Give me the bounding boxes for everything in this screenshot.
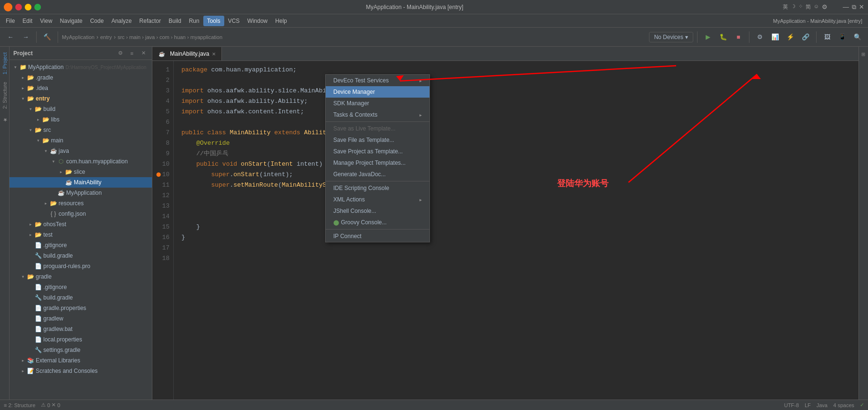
separator-1	[36, 31, 37, 43]
menu-view[interactable]: View	[36, 16, 56, 26]
menu-file[interactable]: File	[2, 16, 19, 26]
tree-item-gradlew[interactable]: 📄 gradlew	[10, 313, 152, 324]
tree-item-libs[interactable]: ▸ 📂 libs	[10, 114, 152, 125]
project-panel-settings[interactable]: ⚙	[116, 49, 125, 58]
status-line-endings[interactable]: LF	[805, 402, 811, 408]
coverage-button[interactable]: 📊	[768, 30, 782, 44]
tree-item-local-props[interactable]: 📄 local.properties	[10, 334, 152, 345]
menu-sdk-manager[interactable]: SDK Manager	[326, 98, 429, 109]
menu-refactor[interactable]: Refactor	[136, 16, 165, 26]
settings-icon[interactable]: ⚙	[822, 3, 828, 11]
right-tab-preview[interactable]: ⊞	[860, 49, 867, 60]
menu-jshell-console[interactable]: JShell Console...	[326, 205, 429, 217]
menu-code[interactable]: Code	[86, 16, 108, 26]
menu-ide-scripting[interactable]: IDE Scripting Console	[326, 182, 429, 194]
lang-en[interactable]: 英	[783, 3, 788, 11]
minimize-button[interactable]	[25, 4, 31, 10]
menu-generate-javadoc[interactable]: Generate JavaDoc...	[326, 169, 429, 180]
attach-button[interactable]: 🔗	[799, 30, 812, 44]
win-minimize-icon[interactable]: —	[843, 3, 849, 11]
tree-item-gradle-hidden[interactable]: ▸ 📂 .gradle	[10, 72, 152, 83]
back-button[interactable]: ←	[4, 30, 17, 44]
device-selector[interactable]: No Devices ▾	[649, 32, 693, 42]
forward-button[interactable]: →	[19, 30, 32, 44]
tab-close-button[interactable]: ✕	[212, 51, 216, 57]
code-area[interactable]: package com.huan.myapplication; import o…	[174, 61, 858, 400]
tree-item-test[interactable]: ▸ 📂 test	[10, 230, 152, 240]
editor-content: 1 2 3 4 5 6 7 8 9 10 ⬤10 11 12 13 14 15 …	[152, 61, 858, 400]
menu-device-manager[interactable]: Device Manager	[326, 86, 429, 98]
tree-item-main[interactable]: ▾ 📂 main	[10, 135, 152, 146]
activity-tab-favorites[interactable]: ★	[0, 113, 9, 127]
maximize-button[interactable]	[34, 4, 41, 10]
run-config-button[interactable]: ⚙	[753, 30, 767, 44]
tree-item-proguard[interactable]: 📄 proguard-rules.pro	[10, 261, 152, 271]
tree-item-resources[interactable]: ▸ 📂 resources	[10, 198, 152, 209]
menu-tools[interactable]: Tools	[203, 16, 224, 26]
tree-item-gradle-folder[interactable]: ▾ 📂 gradle	[10, 271, 152, 282]
status-structure[interactable]: ≡ 2: Structure	[4, 402, 35, 408]
tree-item-myapplication[interactable]: ▾ 📁 MyApplication D:\HarmonyOS_Project\M…	[10, 62, 152, 72]
menu-analyze[interactable]: Analyze	[108, 16, 136, 26]
tree-item-java[interactable]: ▾ ☕ java	[10, 146, 152, 156]
menu-help[interactable]: Help	[271, 16, 291, 26]
tree-item-src[interactable]: ▾ 📂 src	[10, 125, 152, 135]
win-close-icon[interactable]: ✕	[859, 3, 864, 11]
menu-vcs[interactable]: VCS	[224, 16, 244, 26]
tree-item-build[interactable]: ▾ 📂 build	[10, 104, 152, 114]
menu-edit[interactable]: Edit	[19, 16, 36, 26]
layout-preview-button[interactable]: 🖼	[820, 30, 834, 44]
tree-item-scratches[interactable]: ▸ 📝 Scratches and Consoles	[10, 366, 152, 376]
menu-ip-connect[interactable]: IP Connect	[326, 230, 429, 242]
tree-item-buildgradle-root[interactable]: 🔧 build.gradle	[10, 292, 152, 303]
hdc-button[interactable]: 📱	[836, 30, 849, 44]
menu-xml-actions[interactable]: XML Actions ▸	[326, 194, 429, 205]
tree-item-slice[interactable]: ▸ 📂 slice	[10, 167, 152, 177]
menu-navigate[interactable]: Navigate	[56, 16, 86, 26]
close-button[interactable]	[15, 4, 22, 10]
tree-item-gradle-props[interactable]: 📄 gradle.properties	[10, 303, 152, 313]
tree-label: local.properties	[43, 336, 82, 343]
activity-tab-project[interactable]: 1: Project	[1, 49, 9, 78]
menu-run[interactable]: Run	[185, 16, 203, 26]
menu-groovy-console[interactable]: ⬤Groovy Console...	[326, 217, 429, 228]
menu-build[interactable]: Build	[165, 16, 185, 26]
build-button[interactable]: 🔨	[40, 30, 54, 44]
project-panel-close[interactable]: ✕	[139, 49, 148, 58]
tree-item-gitignore-entry[interactable]: 📄 .gitignore	[10, 240, 152, 250]
status-indent[interactable]: 4 spaces	[833, 402, 854, 408]
debug-button[interactable]: 🐛	[717, 30, 730, 44]
status-encoding[interactable]: UTF-8	[784, 402, 799, 408]
stop-button[interactable]: ■	[732, 30, 745, 44]
menu-window[interactable]: Window	[243, 16, 271, 26]
tree-item-buildgradle-entry[interactable]: 🔧 build.gradle	[10, 250, 152, 261]
search-everywhere-button[interactable]: 🔍	[851, 30, 864, 44]
run-button[interactable]: ▶	[701, 30, 715, 44]
activity-tab-structure[interactable]: 2: Structure	[1, 78, 9, 113]
tab-mainability[interactable]: ☕ MainAbility.java ✕	[152, 47, 222, 60]
tree-item-settings-gradle[interactable]: 🔧 settings.gradle	[10, 345, 152, 355]
status-problems[interactable]: ⚠ 0 ✕ 0	[41, 402, 60, 408]
status-language[interactable]: Java	[817, 402, 828, 408]
menu-tasks-contexts[interactable]: Tasks & Contexts ▸	[326, 109, 429, 120]
menu-deveco-test-services[interactable]: DevEco Test Services ▸	[326, 75, 429, 86]
project-panel-collapse[interactable]: ≡	[127, 49, 137, 58]
win-restore-icon[interactable]: ⧉	[852, 3, 856, 11]
tree-item-gitignore-root[interactable]: 📄 .gitignore	[10, 282, 152, 292]
tree-item-config[interactable]: { } config.json	[10, 209, 152, 219]
tree-item-entry[interactable]: ▾ 📂 entry	[10, 93, 152, 104]
expand-icon: ▸	[27, 220, 34, 228]
profile-button[interactable]: ⚡	[784, 30, 797, 44]
menu-manage-project-templates[interactable]: Manage Project Templates...	[326, 157, 429, 169]
tree-item-external-libs[interactable]: ▸ 📚 External Libraries	[10, 355, 152, 366]
menu-save-file-template[interactable]: Save File as Template...	[326, 134, 429, 146]
tree-item-gradlew-bat[interactable]: 📄 gradlew.bat	[10, 324, 152, 334]
tree-item-ohostest[interactable]: ▸ 📂 ohosTest	[10, 219, 152, 230]
tree-item-myapp-java[interactable]: ☕ MyApplication	[10, 188, 152, 198]
tree-item-idea[interactable]: ▸ 📂 .idea	[10, 83, 152, 93]
menu-save-project-template[interactable]: Save Project as Template...	[326, 146, 429, 157]
lang-cn[interactable]: 简	[806, 3, 811, 11]
tree-item-mainability[interactable]: ☕ MainAbility	[10, 177, 152, 188]
menu-item-label: XML Actions	[333, 196, 365, 203]
tree-item-package[interactable]: ▾ ⬡ com.huan.myapplication	[10, 156, 152, 167]
